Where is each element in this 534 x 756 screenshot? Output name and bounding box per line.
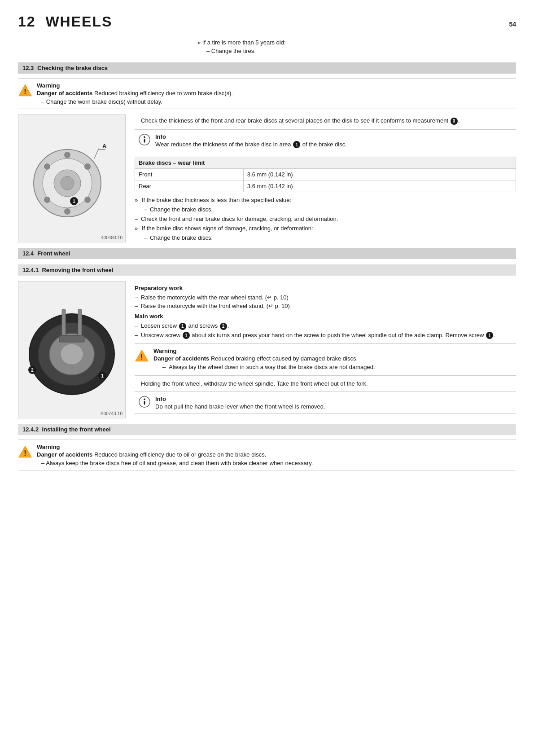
front-wheel-section: 1 2 B00743-10 Preparatory work Raise the… (18, 281, 516, 418)
svg-text:!: ! (24, 88, 26, 96)
info-icon-1 (138, 133, 151, 146)
chapter-title: 12 WHEELS (18, 13, 112, 30)
svg-text:1: 1 (101, 374, 104, 378)
info-content-2: Info Do not pull the hand brake lever wh… (155, 396, 325, 410)
warning-icon-3: ! (18, 444, 32, 459)
check-thickness-list: Check the thickness of the front and rea… (135, 117, 516, 125)
svg-point-5 (61, 176, 74, 190)
table-row-front-label: Front (135, 169, 244, 180)
info-icon-2 (138, 396, 151, 408)
wheel-image-caption: B00743-10 (101, 411, 123, 416)
warning-text-1: Danger of accidents Reduced braking effi… (37, 90, 516, 97)
prep-work-label: Preparatory work (135, 285, 516, 291)
prep-work-list: Raise the motorcycle with the rear wheel… (135, 294, 516, 309)
main-work-label: Main work (135, 313, 516, 320)
warning-icon-1: ! (18, 83, 32, 97)
section-12-3-header: 12.3 Checking the brake discs (18, 62, 516, 74)
prep-work-item-2: Raise the motorcycle with the front whee… (135, 303, 516, 309)
svg-point-35 (144, 399, 145, 400)
page-number: 54 (509, 21, 516, 28)
change-discs-1: Change the brake discs. (144, 206, 516, 213)
change-discs-2: Change the brake discs. (144, 234, 516, 241)
svg-point-24 (61, 344, 83, 365)
intro-dash-1: Change the tires. (206, 48, 516, 54)
brake-disc-instructions: Check the thickness of the front and rea… (135, 114, 516, 242)
warning-action-1: Change the worn brake disc(s) without de… (41, 98, 516, 105)
wear-limit-table: Brake discs – wear limit Front 3.6 mm (0… (135, 157, 516, 192)
brake-disc-section: A 1 400480-10 Check the thickness of the… (18, 114, 516, 242)
prep-work-item-1: Raise the motorcycle with the rear wheel… (135, 294, 516, 301)
svg-point-10 (44, 197, 50, 203)
svg-rect-25 (62, 309, 66, 336)
check-damage-list: Check the front and rear brake discs for… (135, 215, 516, 222)
svg-point-6 (64, 152, 70, 158)
warning-box-2: ! Warning Danger of accidents Reduced br… (135, 343, 516, 376)
page-header: 12 WHEELS 54 (18, 13, 516, 30)
warning-action-2: Always lay the wheel down in such a way … (162, 364, 516, 370)
brake-disc-caption: 400480-10 (101, 235, 123, 240)
table-header: Brake discs – wear limit (135, 157, 516, 169)
svg-point-7 (84, 163, 91, 170)
section-12-4-2-header: 12.4.2 Installing the front wheel (18, 424, 516, 435)
warning-action-3: Always keep the brake discs free of oil … (41, 460, 516, 466)
intro-list: If a tire is more than 5 years old: Chan… (197, 39, 516, 54)
info-content-1: Info Wear reduces the thickness of the b… (155, 133, 347, 149)
svg-text:!: ! (24, 449, 26, 457)
warning-title-3: Warning (37, 444, 516, 450)
warning-title-1: Warning (37, 82, 516, 89)
table-row-rear-value: 3.6 mm (0.142 in) (243, 180, 516, 192)
check-damage-item: Check the front and rear brake discs for… (135, 215, 516, 222)
front-wheel-svg: 1 2 (22, 300, 121, 399)
wheel-removal-instructions: Preparatory work Raise the motorcycle wi… (135, 281, 516, 418)
section-12-4-header: 12.4 Front wheel (18, 248, 516, 259)
svg-point-8 (84, 197, 91, 203)
warning-content-2: Warning Danger of accidents Reduced brak… (153, 347, 516, 372)
table-row-rear-label: Rear (135, 180, 244, 192)
damage-check-arrow: If the brake disc shows signs of damage,… (135, 225, 516, 232)
warning-content-1: Warning Danger of accidents Reduced brak… (37, 82, 516, 105)
withdraw-spindle-list: Holding the front wheel, withdraw the wh… (135, 380, 516, 387)
front-wheel-image: 1 2 B00743-10 (18, 281, 126, 418)
svg-point-11 (44, 163, 50, 170)
warning-box-3: ! Warning Danger of accidents Reduced br… (18, 440, 516, 470)
brake-disc-svg: A 1 (22, 136, 121, 221)
section-12-4-1-header: 12.4.1 Removing the front wheel (18, 264, 516, 276)
svg-text:1: 1 (73, 199, 75, 204)
check-thickness-item: Check the thickness of the front and rea… (135, 117, 516, 125)
change-discs-item-2: Change the brake discs. (144, 234, 516, 241)
svg-rect-27 (59, 335, 84, 342)
main-work-list: Loosen screw 1 and screws 2. Unscrew scr… (135, 322, 516, 339)
warning-title-2: Warning (153, 347, 516, 354)
brake-disc-arrow-list: If the brake disc thickness is less than… (135, 197, 516, 203)
svg-line-15 (94, 149, 99, 158)
damage-arrow-item: If the brake disc shows signs of damage,… (135, 225, 516, 232)
warning-box-1: ! Warning Danger of accidents Reduced br… (18, 78, 516, 109)
brake-disc-image: A 1 400480-10 (18, 114, 126, 242)
intro-bullet-1: If a tire is more than 5 years old: (197, 39, 516, 46)
change-discs-item-1: Change the brake discs. (144, 206, 516, 213)
svg-text:!: ! (140, 353, 143, 361)
withdraw-spindle-item: Holding the front wheel, withdraw the wh… (135, 380, 516, 387)
warning-text-3: Danger of accidents Reduced braking effi… (37, 451, 516, 458)
main-work-item-1: Loosen screw 1 and screws 2. (135, 322, 516, 330)
table-row-front-value: 3.6 mm (0.142 in) (243, 169, 516, 180)
info-box-2: Info Do not pull the hand brake lever wh… (135, 391, 516, 414)
main-work-item-2: Unscrew screw 1 about six turns and pres… (135, 332, 516, 339)
warning-action-list-2: Always lay the wheel down in such a way … (162, 364, 516, 370)
svg-point-19 (144, 136, 145, 138)
brake-thickness-check: If the brake disc thickness is less than… (135, 197, 516, 203)
info-box-1: Info Wear reduces the thickness of the b… (135, 129, 516, 153)
svg-rect-36 (144, 401, 145, 404)
svg-rect-26 (78, 309, 82, 336)
svg-rect-20 (144, 139, 145, 142)
svg-text:A: A (102, 143, 107, 149)
warning-icon-2: ! (135, 348, 149, 363)
warning-content-3: Warning Danger of accidents Reduced brak… (37, 444, 516, 466)
warning-text-2: Danger of accidents Reduced braking effe… (153, 355, 516, 362)
svg-text:2: 2 (31, 368, 34, 373)
svg-point-9 (64, 208, 70, 215)
